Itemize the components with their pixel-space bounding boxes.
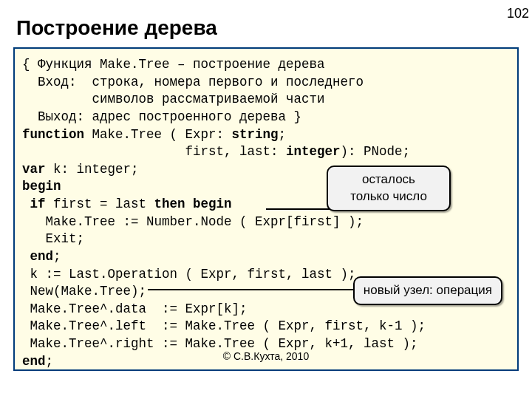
kw-integer: integer	[286, 144, 341, 159]
callout-new-node: новый узел: операция	[353, 276, 502, 305]
callout-text: только число	[337, 188, 440, 205]
kw-then-begin: then begin	[154, 197, 232, 211]
kw-var: var	[22, 162, 46, 177]
code-line: Make.Tree := Number.Node ( Expr[first] )…	[22, 214, 513, 231]
callout-text: новый узел: операция	[364, 283, 492, 297]
code-line: символов рассматриваемой части	[22, 91, 513, 109]
kw-string: string	[232, 127, 279, 142]
code-text: ;	[46, 354, 54, 369]
code-text: first, last:	[22, 144, 286, 159]
code-line: first, last: integer): PNode;	[22, 143, 513, 161]
page-number: 102	[507, 6, 529, 21]
code-line: Exit;	[22, 231, 513, 248]
code-line: end;	[22, 248, 513, 266]
code-text: Make.Tree ( Expr:	[84, 127, 232, 142]
code-line: { Функция Make.Tree – построение дерева	[22, 56, 513, 74]
code-text: k: integer;	[46, 162, 139, 177]
kw-function: function	[22, 127, 84, 142]
copyright: © С.В.Кухта, 2010	[223, 349, 309, 364]
code-text: ;	[53, 249, 61, 264]
code-block: { Функция Make.Tree – построение дерева …	[13, 47, 519, 371]
code-text: ): PNode;	[341, 144, 411, 159]
code-line: Make.Tree^.left := Make.Tree ( Expr, fir…	[22, 318, 513, 335]
code-line: function Make.Tree ( Expr: string;	[22, 126, 513, 144]
kw-end: end	[22, 354, 46, 369]
code-line: Вход: строка, номера первого и последнег…	[22, 74, 513, 92]
code-text: ;	[279, 127, 287, 142]
kw-if: if	[22, 197, 46, 211]
code-text: first = last	[46, 197, 154, 211]
code-line: Выход: адрес построенного дерева }	[22, 109, 513, 126]
slide-title: Построение дерева	[16, 16, 532, 40]
callout-text: осталось	[337, 171, 440, 188]
kw-end: end	[22, 249, 53, 264]
leader-line	[148, 289, 355, 290]
callout-number-only: осталось только число	[327, 166, 451, 211]
